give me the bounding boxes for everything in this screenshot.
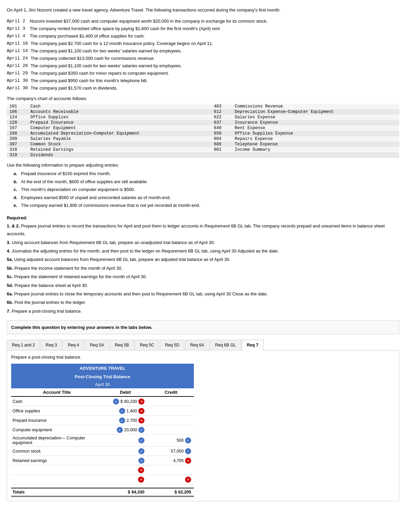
transaction-text: The company paid $1,100 cash for two wee… xyxy=(30,47,182,55)
adj-item-d: d. Employees earned $560 of unpaid and u… xyxy=(14,194,399,201)
chart-num-right: 688 xyxy=(211,142,232,147)
chart-name-left: Common Stock xyxy=(28,142,211,147)
chart-num-left: 318 xyxy=(7,147,28,152)
transaction-text: The company purchased $1,400 of office s… xyxy=(30,32,145,40)
adj-text: This month's depreciation on computer eq… xyxy=(21,186,135,193)
chart-row: 318 Retained Earnings 901 Income Summary xyxy=(7,147,399,152)
table-row-empty-1: ✕ xyxy=(11,465,194,475)
chart-num-right: 640 xyxy=(211,125,232,131)
req-item-5c: 5c. Prepare the statement of retained ea… xyxy=(7,273,399,281)
chart-name-left: Dividends xyxy=(28,152,211,158)
debit-cell[interactable]: ✓ 20,000 ✓ xyxy=(100,427,147,433)
table-row-empty-2: ✕ ✕ xyxy=(11,475,194,484)
table-row-computer-equipment: Computer equipment ✓ 20,000 ✓ xyxy=(11,425,194,435)
debit-cell[interactable]: ✓ 1,400 ✕ xyxy=(100,408,147,414)
empty-credit[interactable]: ✕ xyxy=(147,477,194,483)
debit-cell[interactable]: ✓ xyxy=(100,458,147,464)
transaction-april30b: April 30 The company paid $1,570 cash in… xyxy=(7,84,399,92)
tab-req4[interactable]: Req 4 xyxy=(63,340,84,350)
empty-debit[interactable]: ✕ xyxy=(100,477,147,483)
credit-value: 57,000 xyxy=(171,449,184,454)
total-debit-value: 84,330 xyxy=(132,490,144,494)
chart-num-right: 403 xyxy=(211,104,232,109)
tab-req6bgl[interactable]: Req 6B GL xyxy=(210,340,241,350)
chart-row: 319 Dividends xyxy=(7,152,399,158)
x-icon: ✕ xyxy=(138,467,144,473)
chart-num-right: 637 xyxy=(211,120,232,125)
chart-name-left: Cash xyxy=(28,104,211,109)
debit-value: 1,400 xyxy=(127,409,137,413)
tab-req3[interactable]: Req 3 xyxy=(41,340,62,350)
adj-item-a: a. Prepaid insurance of $150 expired thi… xyxy=(14,170,399,177)
tab-req1and2[interactable]: Req 1 and 2 xyxy=(7,340,40,350)
chart-of-accounts-table: 101 Cash 403 Commissions Revenue 106 Acc… xyxy=(7,104,399,158)
chart-title: The company's chart of accounts follows: xyxy=(7,96,399,101)
credit-cell[interactable]: 57,000 ✓ xyxy=(147,448,194,454)
transaction-april30a: April 30 The company paid $950 cash for … xyxy=(7,77,399,84)
chart-name-left: Salaries Payable xyxy=(28,136,211,142)
chart-name-left: Accounts Receivable xyxy=(28,109,211,115)
transaction-date: April 4 xyxy=(7,32,27,40)
tab-req5c[interactable]: Req 5C xyxy=(135,340,159,350)
adj-label: c. xyxy=(14,186,19,193)
debit-cell[interactable]: ✓ xyxy=(100,437,147,443)
chart-num-left: 209 xyxy=(7,136,28,142)
credit-value: 4,705 xyxy=(173,458,184,463)
transaction-april10: April 10 The company paid $2,700 cash fo… xyxy=(7,40,399,47)
chart-num-left: 168 xyxy=(7,131,28,136)
transaction-date: April 28 xyxy=(7,62,28,70)
adj-item-e: e. The company earned $1,800 of commissi… xyxy=(14,201,399,209)
tab-req5a[interactable]: Req 5A xyxy=(85,340,109,350)
col-header-debit: Debit xyxy=(103,390,148,395)
tab-req7[interactable]: Req 7 xyxy=(242,340,264,350)
req-item-6b: 6b. Post the journal entries to the ledg… xyxy=(7,298,399,306)
chart-of-accounts-section: The company's chart of accounts follows:… xyxy=(7,96,399,158)
chart-name-right: Insurance Expense xyxy=(232,120,399,125)
table-row-common-stock: Common stock ✓ 57,000 ✓ xyxy=(11,446,194,456)
credit-cell[interactable]: 4,705 ✕ xyxy=(147,458,194,464)
transactions-section: April 2 Nozomi invested $37,000 cash and… xyxy=(7,18,399,92)
transaction-text: The company paid $350 cash for minor rep… xyxy=(30,70,169,77)
req-item-7: 7. Prepare a post-closing trial balance. xyxy=(7,307,399,315)
transaction-date: April 10 xyxy=(7,40,28,47)
transaction-text: The company paid $950 cash for this mont… xyxy=(30,77,148,84)
dollar-sign: $ xyxy=(128,490,130,494)
debit-value: 60,230 xyxy=(124,399,137,404)
tab-req5d[interactable]: Req 5D xyxy=(160,340,184,350)
credit-cell[interactable]: 500 ✓ xyxy=(147,437,194,443)
spacer-row xyxy=(11,484,194,488)
table-row-accum-dep: Accumulated depreciation— Computer equip… xyxy=(11,435,194,446)
debit-cell[interactable]: ✓ $ 60,230 ✕ xyxy=(100,398,147,405)
tb-date: April 30 xyxy=(11,381,194,388)
transaction-date: April 14 xyxy=(7,47,28,55)
transaction-april29: April 29 The company paid $350 cash for … xyxy=(7,70,399,77)
adj-text: Employees earned $560 of unpaid and unre… xyxy=(21,194,171,201)
chart-num-left: 101 xyxy=(7,104,28,109)
debit-cell[interactable]: ✓ xyxy=(100,448,147,454)
chart-name-right: Depreciation Expense—Computer Equipment xyxy=(232,109,399,115)
check-icon: ✓ xyxy=(119,417,125,424)
complete-box-title: Complete this question by entering your … xyxy=(11,325,395,330)
chart-name-left: Retained Earnings xyxy=(28,147,211,152)
transaction-april3: April 3 The company rented furnished off… xyxy=(7,25,399,32)
chart-num-left: 106 xyxy=(7,109,28,115)
check-icon: ✓ xyxy=(138,437,144,443)
check-icon: ✓ xyxy=(113,398,119,405)
transaction-text: The company rented furnished office spac… xyxy=(30,25,221,32)
chart-num-right: 612 xyxy=(211,109,232,115)
x-icon: ✕ xyxy=(185,477,191,483)
tb-company-name: ADVENTURE TRAVEL xyxy=(11,364,194,373)
tab-req6a[interactable]: Req 6A xyxy=(185,340,209,350)
chart-name-left: Office Supplies xyxy=(28,115,211,120)
transaction-text: The company collected $13,500 cash for c… xyxy=(30,55,155,62)
transaction-date: April 3 xyxy=(7,25,27,32)
chart-name-right: Office Supplies Expense xyxy=(232,131,399,136)
empty-debit[interactable]: ✕ xyxy=(100,467,147,473)
tab-req5b[interactable]: Req 5B xyxy=(110,340,134,350)
required-title: Required: xyxy=(7,214,399,222)
chart-row: 168 Accumulated Depreciation—Computer Eq… xyxy=(7,131,399,136)
account-name: Cash xyxy=(11,399,100,404)
debit-cell[interactable]: ✓ 2,700 ✕ xyxy=(100,417,147,424)
table-row-cash: Cash ✓ $ 60,230 ✕ xyxy=(11,397,194,406)
transaction-text: Nozomi invested $37,000 cash and compute… xyxy=(30,18,268,25)
